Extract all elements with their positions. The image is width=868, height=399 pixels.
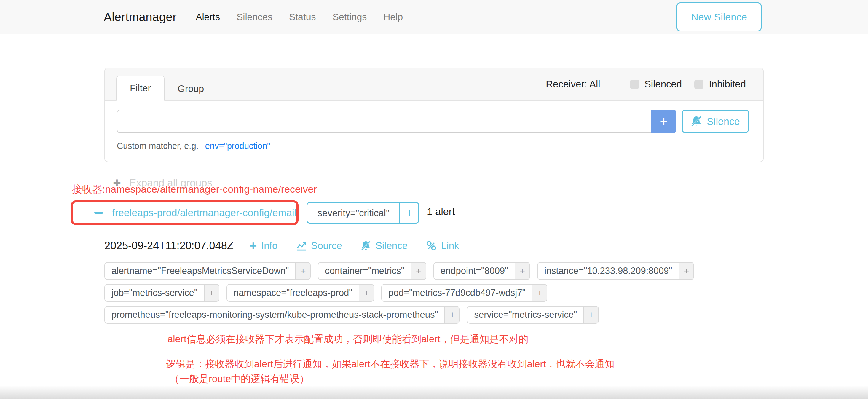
label-chip: namespace="freeleaps-prod" +	[226, 284, 374, 302]
label-chip: job="metrics-service" +	[104, 284, 219, 302]
group-matcher-text[interactable]: severity="critical"	[307, 203, 399, 223]
group-matcher-chip: severity="critical" +	[307, 202, 419, 223]
receiver-group-name[interactable]: freeleaps-prod/alertmanager-config/email	[112, 207, 297, 218]
navbar: Alertmanager Alerts Silences Status Sett…	[0, 0, 868, 34]
label-chip-add-button[interactable]: +	[411, 263, 426, 279]
annotation-info-note: alert信息必须在接收器下才表示配置成功，否则即使能看到alert，但是通知是…	[167, 333, 528, 346]
inhibited-check-group: Inhibited	[694, 79, 746, 90]
label-chip-add-button[interactable]: +	[532, 284, 547, 301]
alert-source-label: Source	[311, 240, 342, 251]
bell-slash-icon	[361, 240, 371, 251]
minus-icon[interactable]	[94, 212, 103, 214]
label-chip-text: alertname="FreeleapsMetricsServiceDown"	[105, 263, 295, 279]
label-chip: container="metrics" +	[318, 262, 426, 280]
label-chip-add-button[interactable]: +	[204, 284, 219, 301]
label-chip-text: job="metrics-service"	[105, 284, 204, 301]
link-icon	[426, 240, 437, 251]
alert-source-link[interactable]: Source	[296, 240, 342, 251]
matcher-input-group: +	[117, 110, 677, 133]
label-chip-add-button[interactable]: +	[515, 263, 529, 279]
label-chip-add-button[interactable]: +	[679, 263, 693, 279]
alert-generator-link[interactable]: Link	[426, 240, 459, 251]
label-chip-text: pod="metrics-77d9cdb497-wdsj7"	[382, 284, 532, 301]
alert-row: 2025-09-24T11:20:07.048Z + Info Source S…	[104, 240, 477, 252]
bottom-fade	[0, 386, 868, 399]
annotation-receiver-note: 接收器:namespace/altermanager-config-name/r…	[72, 183, 317, 196]
nav-item-alerts[interactable]: Alerts	[196, 11, 220, 23]
matcher-input[interactable]	[117, 110, 651, 133]
label-chip-add-button[interactable]: +	[295, 263, 310, 279]
filter-header-controls: Receiver: All Silenced Inhibited	[546, 79, 746, 90]
silenced-label: Silenced	[645, 79, 682, 90]
alert-timestamp: 2025-09-24T11:20:07.048Z	[104, 240, 234, 252]
label-chip-add-button[interactable]: +	[583, 307, 598, 323]
label-chip-text: instance="10.233.98.209:8009"	[538, 263, 679, 279]
filter-card: Filter Group Receiver: All Silenced Inhi…	[104, 68, 764, 162]
silenced-checkbox[interactable]	[630, 80, 639, 89]
silence-filter-button[interactable]: Silence	[682, 110, 749, 133]
matcher-hint: Custom matcher, e.g. env="production"	[117, 141, 749, 151]
app-brand[interactable]: Alertmanager	[104, 10, 177, 24]
nav-item-settings[interactable]: Settings	[333, 11, 367, 23]
label-chip-text: service="metrics-service"	[467, 307, 583, 323]
filter-card-body: + Silence Custom matcher, e.g. env="prod…	[105, 101, 763, 161]
bell-slash-icon	[691, 116, 702, 127]
filter-card-header: Filter Group Receiver: All Silenced Inhi…	[105, 68, 763, 101]
label-chip: endpoint="8009" +	[433, 262, 530, 280]
label-chip-text: endpoint="8009"	[434, 263, 515, 279]
alert-count: 1 alert	[427, 206, 455, 217]
inhibited-label: Inhibited	[709, 79, 746, 90]
silenced-check-group: Silenced	[630, 79, 682, 90]
alert-silence-button[interactable]: Silence	[361, 240, 408, 251]
plus-icon: +	[250, 240, 257, 252]
label-chip-text: prometheus="freeleaps-monitoring-system/…	[105, 307, 444, 323]
add-matcher-button[interactable]: +	[651, 110, 677, 133]
alert-link-label: Link	[441, 240, 459, 251]
alert-silence-label: Silence	[376, 240, 408, 251]
matcher-example-link[interactable]: env="production"	[205, 141, 270, 151]
chart-line-icon	[296, 240, 307, 251]
annotation-logic-note: 逻辑是：接收器收到alert后进行通知，如果alert不在接收器下，说明接收器没…	[166, 358, 615, 371]
label-chip: prometheus="freeleaps-monitoring-system/…	[104, 306, 460, 324]
tab-group[interactable]: Group	[164, 77, 217, 101]
receiver-dropdown[interactable]: Receiver: All	[546, 79, 600, 90]
label-chip-add-button[interactable]: +	[359, 284, 374, 301]
label-chip-add-button[interactable]: +	[444, 307, 459, 323]
nav-item-status[interactable]: Status	[289, 11, 316, 23]
matcher-hint-text: Custom matcher, e.g.	[117, 141, 198, 151]
tab-filter[interactable]: Filter	[116, 75, 164, 101]
nav-item-silences[interactable]: Silences	[237, 11, 273, 23]
label-chip: pod="metrics-77d9cdb497-wdsj7" +	[381, 284, 547, 302]
alert-info-label: Info	[261, 240, 277, 251]
inhibited-checkbox[interactable]	[694, 80, 704, 89]
label-chip: alertname="FreeleapsMetricsServiceDown" …	[104, 262, 311, 280]
alert-info-button[interactable]: + Info	[250, 240, 278, 252]
annotation-route-note: （一般是route中的逻辑有错误）	[169, 372, 309, 386]
label-chip-text: namespace="freeleaps-prod"	[227, 284, 359, 301]
matcher-row: + Silence	[117, 110, 749, 133]
label-chip: instance="10.233.98.209:8009" +	[537, 262, 694, 280]
plus-icon: +	[660, 114, 668, 129]
filter-tabs: Filter Group	[116, 75, 217, 101]
label-chip: service="metrics-service" +	[467, 306, 599, 324]
new-silence-button[interactable]: New Silence	[677, 2, 762, 31]
group-matcher-add-button[interactable]: +	[399, 203, 418, 223]
receiver-group-highlight-box: freeleaps-prod/alertmanager-config/email	[71, 201, 299, 225]
nav-item-help[interactable]: Help	[383, 11, 403, 23]
label-chip-text: container="metrics"	[318, 263, 411, 279]
alert-labels: alertname="FreeleapsMetricsServiceDown" …	[104, 262, 766, 324]
silence-filter-label: Silence	[707, 116, 740, 127]
